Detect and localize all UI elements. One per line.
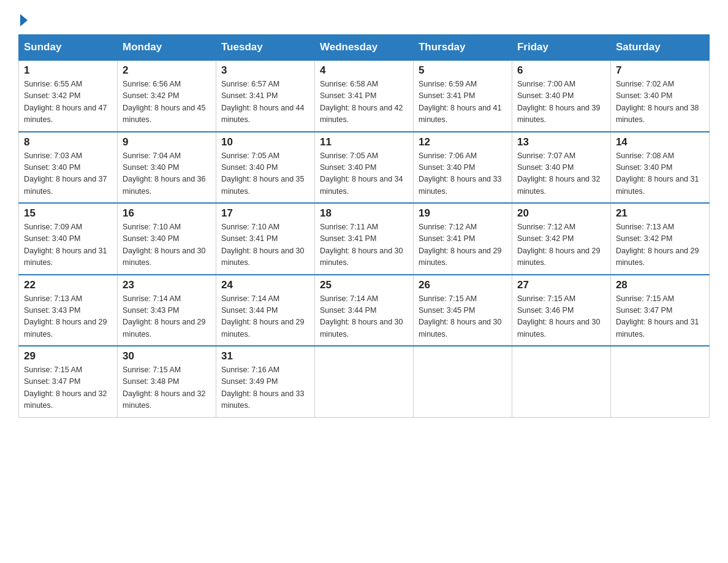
day-info: Sunrise: 7:08 AMSunset: 3:40 PMDaylight:… <box>616 150 704 198</box>
day-info: Sunrise: 6:59 AMSunset: 3:41 PMDaylight:… <box>419 79 507 126</box>
calendar-cell: 15Sunrise: 7:09 AMSunset: 3:40 PMDayligh… <box>19 203 118 275</box>
day-info: Sunrise: 7:15 AMSunset: 3:48 PMDaylight:… <box>123 364 211 412</box>
calendar-cell: 18Sunrise: 7:11 AMSunset: 3:41 PMDayligh… <box>314 203 413 275</box>
day-number: 4 <box>320 64 408 77</box>
day-number: 26 <box>419 279 507 291</box>
day-info: Sunrise: 7:14 AMSunset: 3:44 PMDaylight:… <box>221 293 309 341</box>
calendar-cell: 4Sunrise: 6:58 AMSunset: 3:41 PMDaylight… <box>314 60 413 132</box>
calendar-cell: 22Sunrise: 7:13 AMSunset: 3:43 PMDayligh… <box>19 275 118 347</box>
calendar-cell: 5Sunrise: 6:59 AMSunset: 3:41 PMDaylight… <box>413 60 512 132</box>
calendar-body: 1Sunrise: 6:55 AMSunset: 3:42 PMDaylight… <box>19 60 710 417</box>
day-number: 25 <box>320 279 408 291</box>
day-number: 24 <box>221 279 309 291</box>
calendar-cell: 20Sunrise: 7:12 AMSunset: 3:42 PMDayligh… <box>512 203 610 275</box>
calendar-cell: 19Sunrise: 7:12 AMSunset: 3:41 PMDayligh… <box>413 203 512 275</box>
calendar-cell: 13Sunrise: 7:07 AMSunset: 3:40 PMDayligh… <box>512 132 610 204</box>
day-info: Sunrise: 6:56 AMSunset: 3:42 PMDaylight:… <box>123 79 211 126</box>
calendar-cell: 16Sunrise: 7:10 AMSunset: 3:40 PMDayligh… <box>117 203 216 275</box>
day-info: Sunrise: 7:11 AMSunset: 3:41 PMDaylight:… <box>320 221 408 269</box>
calendar-cell: 28Sunrise: 7:15 AMSunset: 3:47 PMDayligh… <box>610 275 709 347</box>
calendar-cell: 30Sunrise: 7:15 AMSunset: 3:48 PMDayligh… <box>117 346 216 417</box>
day-info: Sunrise: 6:58 AMSunset: 3:41 PMDaylight:… <box>320 79 408 126</box>
calendar-cell <box>610 346 709 417</box>
calendar-cell: 27Sunrise: 7:15 AMSunset: 3:46 PMDayligh… <box>512 275 610 347</box>
day-number: 18 <box>320 207 408 220</box>
day-number: 27 <box>517 279 605 291</box>
calendar-cell: 3Sunrise: 6:57 AMSunset: 3:41 PMDaylight… <box>216 60 314 132</box>
calendar-cell: 17Sunrise: 7:10 AMSunset: 3:41 PMDayligh… <box>216 203 314 275</box>
weekday-header-monday: Monday <box>117 35 216 61</box>
calendar-cell: 31Sunrise: 7:16 AMSunset: 3:49 PMDayligh… <box>216 346 314 417</box>
day-number: 22 <box>24 279 112 291</box>
calendar-cell: 10Sunrise: 7:05 AMSunset: 3:40 PMDayligh… <box>216 132 314 204</box>
weekday-header-tuesday: Tuesday <box>216 35 314 61</box>
calendar-cell: 2Sunrise: 6:56 AMSunset: 3:42 PMDaylight… <box>117 60 216 132</box>
day-info: Sunrise: 7:02 AMSunset: 3:40 PMDaylight:… <box>616 79 704 126</box>
calendar-cell: 24Sunrise: 7:14 AMSunset: 3:44 PMDayligh… <box>216 275 314 347</box>
day-number: 28 <box>616 279 704 291</box>
day-info: Sunrise: 7:04 AMSunset: 3:40 PMDaylight:… <box>123 150 211 198</box>
day-info: Sunrise: 7:05 AMSunset: 3:40 PMDaylight:… <box>221 150 309 198</box>
day-number: 5 <box>419 64 507 77</box>
calendar-cell: 21Sunrise: 7:13 AMSunset: 3:42 PMDayligh… <box>610 203 709 275</box>
calendar-cell <box>512 346 610 417</box>
day-number: 17 <box>221 207 309 220</box>
day-info: Sunrise: 7:09 AMSunset: 3:40 PMDaylight:… <box>24 221 112 269</box>
day-number: 21 <box>616 207 704 220</box>
day-info: Sunrise: 6:55 AMSunset: 3:42 PMDaylight:… <box>24 79 112 126</box>
week-row-1: 1Sunrise: 6:55 AMSunset: 3:42 PMDaylight… <box>19 60 710 132</box>
day-info: Sunrise: 6:57 AMSunset: 3:41 PMDaylight:… <box>221 79 309 126</box>
logo <box>18 12 28 23</box>
calendar-cell: 8Sunrise: 7:03 AMSunset: 3:40 PMDaylight… <box>19 132 118 204</box>
calendar-cell: 14Sunrise: 7:08 AMSunset: 3:40 PMDayligh… <box>610 132 709 204</box>
weekday-header-wednesday: Wednesday <box>314 35 413 61</box>
calendar-cell <box>413 346 512 417</box>
day-number: 6 <box>517 64 605 77</box>
day-number: 31 <box>221 350 309 362</box>
week-row-2: 8Sunrise: 7:03 AMSunset: 3:40 PMDaylight… <box>19 132 710 204</box>
day-number: 3 <box>221 64 309 77</box>
calendar-cell: 23Sunrise: 7:14 AMSunset: 3:43 PMDayligh… <box>117 275 216 347</box>
day-info: Sunrise: 7:12 AMSunset: 3:42 PMDaylight:… <box>517 221 605 269</box>
calendar-header: SundayMondayTuesdayWednesdayThursdayFrid… <box>19 35 710 61</box>
week-row-4: 22Sunrise: 7:13 AMSunset: 3:43 PMDayligh… <box>19 275 710 347</box>
day-number: 16 <box>123 207 211 220</box>
day-info: Sunrise: 7:07 AMSunset: 3:40 PMDaylight:… <box>517 150 605 198</box>
calendar-cell <box>314 346 413 417</box>
day-number: 29 <box>24 350 112 362</box>
logo-arrow-icon <box>20 14 28 26</box>
day-number: 19 <box>419 207 507 220</box>
day-number: 20 <box>517 207 605 220</box>
day-info: Sunrise: 7:14 AMSunset: 3:44 PMDaylight:… <box>320 293 408 341</box>
day-info: Sunrise: 7:12 AMSunset: 3:41 PMDaylight:… <box>419 221 507 269</box>
day-info: Sunrise: 7:15 AMSunset: 3:47 PMDaylight:… <box>24 364 112 412</box>
day-number: 10 <box>221 136 309 148</box>
day-number: 9 <box>123 136 211 148</box>
day-number: 12 <box>419 136 507 148</box>
day-info: Sunrise: 7:06 AMSunset: 3:40 PMDaylight:… <box>419 150 507 198</box>
day-number: 13 <box>517 136 605 148</box>
calendar-cell: 6Sunrise: 7:00 AMSunset: 3:40 PMDaylight… <box>512 60 610 132</box>
weekday-header-sunday: Sunday <box>19 35 118 61</box>
day-number: 8 <box>24 136 112 148</box>
day-info: Sunrise: 7:15 AMSunset: 3:45 PMDaylight:… <box>419 293 507 341</box>
calendar-cell: 29Sunrise: 7:15 AMSunset: 3:47 PMDayligh… <box>19 346 118 417</box>
day-number: 15 <box>24 207 112 220</box>
weekday-header-row: SundayMondayTuesdayWednesdayThursdayFrid… <box>19 35 710 61</box>
day-number: 30 <box>123 350 211 362</box>
day-number: 14 <box>616 136 704 148</box>
calendar-cell: 1Sunrise: 6:55 AMSunset: 3:42 PMDaylight… <box>19 60 118 132</box>
day-info: Sunrise: 7:15 AMSunset: 3:47 PMDaylight:… <box>616 293 704 341</box>
page-header <box>18 12 710 23</box>
day-info: Sunrise: 7:16 AMSunset: 3:49 PMDaylight:… <box>221 364 309 412</box>
day-number: 7 <box>616 64 704 77</box>
calendar-cell: 9Sunrise: 7:04 AMSunset: 3:40 PMDaylight… <box>117 132 216 204</box>
calendar-cell: 7Sunrise: 7:02 AMSunset: 3:40 PMDaylight… <box>610 60 709 132</box>
day-info: Sunrise: 7:15 AMSunset: 3:46 PMDaylight:… <box>517 293 605 341</box>
week-row-5: 29Sunrise: 7:15 AMSunset: 3:47 PMDayligh… <box>19 346 710 417</box>
day-info: Sunrise: 7:03 AMSunset: 3:40 PMDaylight:… <box>24 150 112 198</box>
weekday-header-friday: Friday <box>512 35 610 61</box>
day-info: Sunrise: 7:10 AMSunset: 3:41 PMDaylight:… <box>221 221 309 269</box>
day-number: 11 <box>320 136 408 148</box>
day-info: Sunrise: 7:14 AMSunset: 3:43 PMDaylight:… <box>123 293 211 341</box>
